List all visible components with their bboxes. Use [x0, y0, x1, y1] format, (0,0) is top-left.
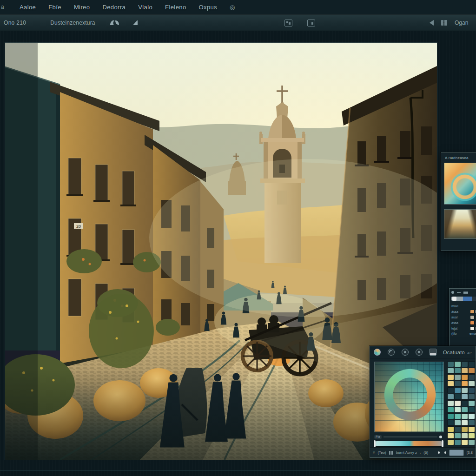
color-swatch[interactable]	[448, 375, 454, 380]
color-swatch[interactable]	[469, 414, 475, 419]
color-swatch[interactable]	[448, 420, 454, 425]
color-swatch[interactable]	[455, 375, 461, 380]
color-wheel-icon[interactable]	[374, 349, 381, 356]
color-swatch[interactable]	[448, 407, 454, 412]
color-swatch[interactable]	[462, 394, 468, 399]
color-swatch[interactable]	[469, 407, 475, 412]
color-swatch[interactable]	[455, 440, 461, 445]
color-panel-title: OcatuatoAP	[443, 350, 472, 355]
menu-item[interactable]: Fbíe	[48, 4, 61, 11]
color-swatch[interactable]	[448, 401, 454, 406]
status-dot[interactable]	[444, 451, 446, 454]
color-swatch[interactable]	[469, 381, 475, 386]
hue-slider-handle[interactable]	[439, 436, 442, 438]
color-swatch[interactable]	[455, 414, 461, 419]
color-swatch[interactable]	[455, 368, 461, 373]
property-swatch[interactable]	[470, 310, 474, 313]
color-swatch[interactable]	[455, 362, 461, 367]
crescent-icon[interactable]	[388, 349, 395, 356]
color-swatch[interactable]	[462, 420, 468, 425]
color-swatch[interactable]	[462, 433, 468, 438]
color-swatch[interactable]	[448, 427, 454, 432]
color-swatch[interactable]	[462, 362, 468, 367]
menu-item[interactable]: Fleleno	[165, 4, 186, 11]
color-swatch[interactable]	[462, 407, 468, 412]
color-swatch[interactable]	[448, 394, 454, 399]
menu-item[interactable]: Dedorra	[102, 4, 126, 11]
color-swatch[interactable]	[469, 375, 475, 380]
color-swatch[interactable]	[448, 433, 454, 438]
menu-item[interactable]: Aaloe	[20, 4, 36, 11]
square-circle-icon[interactable]	[416, 349, 423, 356]
color-swatch[interactable]	[462, 440, 468, 445]
property-swatch[interactable]	[470, 327, 474, 330]
property-swatch[interactable]	[470, 316, 474, 319]
color-swatch[interactable]	[469, 427, 475, 432]
color-swatch[interactable]	[455, 420, 461, 425]
help-icon[interactable]: ◎	[230, 4, 235, 11]
color-swatch[interactable]	[469, 362, 475, 367]
properties-slider[interactable]	[451, 297, 476, 301]
color-swatch[interactable]	[469, 368, 475, 373]
tool-icons	[109, 19, 142, 26]
color-swatch[interactable]	[462, 381, 468, 386]
color-swatch[interactable]	[469, 440, 475, 445]
color-swatch[interactable]	[469, 401, 475, 406]
color-swatch[interactable]	[462, 375, 468, 380]
color-panel: OcatuatoAP Fte ⌐⌐ # (Teo) burnt Aurry	[370, 346, 476, 458]
menu-item[interactable]: Oxpus	[199, 4, 218, 11]
color-swatch[interactable]	[448, 440, 454, 445]
color-swatch[interactable]	[448, 414, 454, 419]
workspace-label[interactable]: Ogan	[455, 20, 468, 26]
color-swatch[interactable]	[455, 407, 461, 412]
color-swatch[interactable]	[462, 368, 468, 373]
hue-slider[interactable]: Fte	[374, 435, 443, 439]
color-field[interactable]	[374, 362, 444, 432]
color-swatch[interactable]	[455, 401, 461, 406]
color-swatch[interactable]	[448, 388, 454, 393]
status-dot[interactable]	[438, 451, 440, 454]
workspace-grid-icon[interactable]	[441, 20, 447, 26]
color-swatch[interactable]	[448, 381, 454, 386]
bars-icon[interactable]	[463, 291, 468, 294]
color-swatch[interactable]	[469, 388, 475, 393]
color-swatch[interactable]	[469, 394, 475, 399]
slider-handle[interactable]	[452, 297, 456, 301]
color-swatch[interactable]	[469, 433, 475, 438]
color-swatch[interactable]	[462, 388, 468, 393]
shapes-tool-icon[interactable]	[109, 19, 120, 26]
color-swatch[interactable]	[455, 381, 461, 386]
status-color-box[interactable]	[449, 450, 464, 456]
color-swatch[interactable]	[469, 420, 475, 425]
color-swatch[interactable]	[462, 414, 468, 419]
color-swatch[interactable]	[448, 368, 454, 373]
color-swatch[interactable]	[455, 433, 461, 438]
hue-slider-track[interactable]	[383, 436, 437, 437]
menu-bar: a AaloeFbíeMireoDedorraVlaloFlelenoOxpus…	[0, 0, 476, 14]
color-swatch[interactable]	[455, 388, 461, 393]
artboards-icon[interactable]	[284, 20, 292, 26]
hue-ring[interactable]	[381, 366, 439, 423]
rgb-swatch-icon[interactable]	[430, 349, 436, 356]
color-swatch[interactable]	[455, 427, 461, 432]
collapse-left-icon[interactable]	[430, 20, 434, 26]
color-swatch[interactable]	[462, 427, 468, 432]
status-dots	[438, 451, 446, 454]
property-swatch[interactable]	[470, 321, 474, 324]
gradient-bar[interactable]	[374, 441, 443, 446]
color-swatch[interactable]	[455, 394, 461, 399]
image-preview[interactable]	[444, 209, 476, 239]
menu-item[interactable]: Vlalo	[138, 4, 152, 11]
dot-circle-icon[interactable]	[402, 349, 409, 356]
new-window-icon[interactable]	[307, 20, 315, 26]
gradient-handle-left[interactable]	[374, 440, 376, 447]
gradient-handle-right[interactable]	[442, 440, 443, 447]
property-label: tejat	[451, 327, 457, 330]
status-grid-icon[interactable]	[389, 451, 393, 455]
zoom-tool-icon[interactable]	[131, 19, 142, 26]
color-swatch[interactable]	[462, 401, 468, 406]
dot-icon[interactable]	[451, 291, 454, 294]
color-swatch[interactable]	[448, 362, 454, 367]
menu-item[interactable]: Mireo	[74, 4, 90, 11]
color-wheel-preview[interactable]	[444, 163, 476, 205]
